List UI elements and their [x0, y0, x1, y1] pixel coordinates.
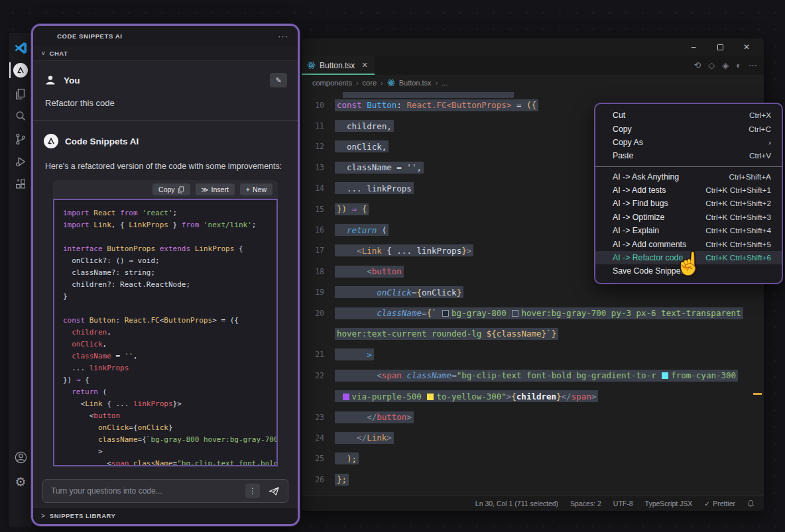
- insert-button[interactable]: ≫ Insert: [196, 184, 235, 195]
- sidebar-item-extensions[interactable]: [9, 175, 32, 193]
- menu-item-ai-explain[interactable]: AI -> ExplainCtrl+K Ctrl+Shift+4: [595, 224, 782, 237]
- code-token: via-purple-500: [352, 392, 427, 401]
- snippets-library-title: SNIPPETS LIBRARY: [50, 512, 116, 519]
- navigate-back-icon[interactable]: ⟲: [694, 60, 701, 70]
- breadcrumb-item[interactable]: components: [312, 79, 352, 87]
- line-number: 23: [302, 413, 335, 422]
- code-token: [337, 308, 377, 318]
- code-token: '': [125, 352, 133, 360]
- diff-icon[interactable]: ◇: [708, 60, 715, 70]
- code-token: const: [337, 100, 367, 110]
- sidebar-item-search[interactable]: [9, 107, 32, 125]
- chat-section-title: CHAT: [50, 50, 68, 57]
- statusbar-item[interactable]: Ln 30, Col 1 (711 selected): [475, 500, 558, 507]
- more-actions-icon[interactable]: ⋯: [749, 60, 757, 70]
- menu-item-label: AI -> Optimize: [613, 213, 664, 222]
- maximize-button[interactable]: [711, 40, 729, 54]
- breadcrumb-separator: ›: [436, 79, 438, 87]
- assistant-name: Code Snippets AI: [65, 136, 139, 146]
- code-line: 20 className={` bg-gray-800 hover:bg-gra…: [302, 303, 764, 323]
- code-line: className = '',: [63, 350, 276, 362]
- code-token: <: [337, 246, 362, 256]
- tab-close-icon[interactable]: ✕: [361, 61, 367, 70]
- settings-gear-icon[interactable]: ⚙: [9, 472, 32, 491]
- react-icon: [307, 61, 316, 70]
- line-number: 25: [302, 454, 335, 463]
- snippets-library-header[interactable]: > SNIPPETS LIBRARY: [33, 507, 298, 524]
- extensions-icon: [14, 178, 27, 191]
- diff-next-icon[interactable]: ◈: [722, 60, 729, 70]
- close-button[interactable]: ✕: [737, 40, 756, 54]
- breadcrumb-item[interactable]: core: [363, 79, 377, 87]
- code-token: `bg-gray-800 hover:bg-gray-700 p: [147, 435, 278, 444]
- menu-item-copy[interactable]: CopyCtrl+C: [595, 122, 782, 135]
- menu-item-shortcut: Ctrl+K Ctrl+Shift+4: [705, 226, 771, 235]
- split-editor-icon[interactable]: ◐: [736, 60, 741, 70]
- code-token: ={: [129, 423, 137, 432]
- code-token: :: [116, 316, 125, 325]
- more-actions-icon[interactable]: ···: [278, 31, 288, 41]
- code-token: React.FC: [125, 316, 160, 325]
- new-snippet-button[interactable]: + New: [240, 184, 272, 195]
- edit-message-button[interactable]: ✎: [270, 73, 287, 87]
- code-token: bg-gray-800: [452, 308, 511, 318]
- overview-ruler-mark: [753, 393, 762, 395]
- send-button[interactable]: [265, 483, 282, 499]
- code-token: from: [120, 209, 142, 217]
- menu-item-shortcut: ›: [768, 138, 771, 147]
- minimize-button[interactable]: –: [684, 40, 703, 54]
- status-bar: Ln 30, Col 1 (711 selected) Spaces: 2 UT…: [302, 496, 764, 511]
- line-number: 20: [302, 309, 335, 318]
- menu-item-label: Save Code Snippet: [613, 266, 683, 276]
- menu-item-cut[interactable]: CutCtrl+X: [595, 109, 782, 122]
- menu-item-ai-optimize[interactable]: AI -> OptimizeCtrl+K Ctrl+Shift+3: [595, 211, 782, 224]
- statusbar-item[interactable]: Spaces: 2: [570, 500, 601, 507]
- line-number: 21: [302, 350, 335, 359]
- code-line: 26};: [302, 469, 764, 490]
- sidebar-item-run-debug[interactable]: [9, 152, 32, 171]
- code-token: from: [182, 221, 204, 229]
- chat-input[interactable]: [51, 486, 240, 496]
- code-token: from-cyan-300: [671, 370, 736, 380]
- user-message-text: Refactor this code: [45, 98, 287, 108]
- statusbar-item[interactable]: UTF-8: [613, 500, 633, 507]
- code-token: ({: [526, 100, 536, 110]
- code-token: <: [63, 459, 111, 467]
- menu-item-ai-add-comments[interactable]: AI -> Add commentsCtrl+K Ctrl+Shift+5: [595, 237, 782, 250]
- code-token: onClick,: [337, 142, 387, 152]
- menu-item-ai-find-bugs[interactable]: AI -> Find bugsCtrl+K Ctrl+Shift+2: [595, 197, 782, 210]
- breadcrumb-item[interactable]: ...: [442, 79, 448, 87]
- line-number: 22: [302, 371, 335, 380]
- assistant-message: Code Snippets AI Here's a refactored ver…: [33, 121, 298, 466]
- send-icon: [269, 486, 280, 496]
- sidebar-item-explorer[interactable]: [9, 85, 32, 103]
- tab-button-tsx[interactable]: Button.tsx ✕: [302, 56, 375, 75]
- kebab-menu-icon[interactable]: ⋮: [245, 484, 260, 498]
- code-token: }>: [173, 399, 182, 408]
- code-token: span: [382, 370, 402, 380]
- code-line: onClick?: () ⇒ void;: [63, 254, 276, 266]
- chat-section-header[interactable]: ∨ CHAT: [33, 46, 298, 61]
- menu-item-paste[interactable]: PasteCtrl+V: [595, 149, 782, 162]
- breadcrumb-item[interactable]: Button.tsx: [399, 79, 432, 87]
- notifications-bell-icon[interactable]: [747, 500, 755, 507]
- panel-title: CODE SNIPPETS AI: [57, 32, 122, 40]
- menu-item-ai-add-tests[interactable]: AI -> Add testsCtrl+K Ctrl+Shift+1: [595, 184, 782, 197]
- menu-item-copy-as[interactable]: Copy As›: [595, 136, 782, 149]
- line-number: 24: [302, 433, 335, 443]
- new-label: New: [253, 186, 267, 193]
- git-branch-icon: [14, 133, 27, 146]
- code-token: hover:text-current rounded-lg: [337, 329, 487, 339]
- sidebar-item-source-control[interactable]: [9, 130, 32, 148]
- statusbar-item-prettier[interactable]: ✓ Prettier: [704, 500, 735, 507]
- menu-item-ai-ask-anything[interactable]: AI -> Ask AnythingCtrl+Shift+A: [595, 170, 782, 184]
- code-token: "bg-clip-text font-bold bg-: [177, 459, 278, 467]
- code-token: }): [337, 204, 352, 214]
- code-token: <: [63, 399, 85, 408]
- statusbar-item[interactable]: TypeScript JSX: [645, 500, 693, 507]
- copy-button[interactable]: Copy: [152, 184, 190, 195]
- account-icon[interactable]: [9, 448, 32, 466]
- code-snippets-ai-icon: [13, 63, 28, 78]
- sidebar-item-code-snippets-ai[interactable]: [9, 61, 32, 80]
- menu-item-shortcut: Ctrl+K Ctrl+Shift+3: [705, 213, 771, 222]
